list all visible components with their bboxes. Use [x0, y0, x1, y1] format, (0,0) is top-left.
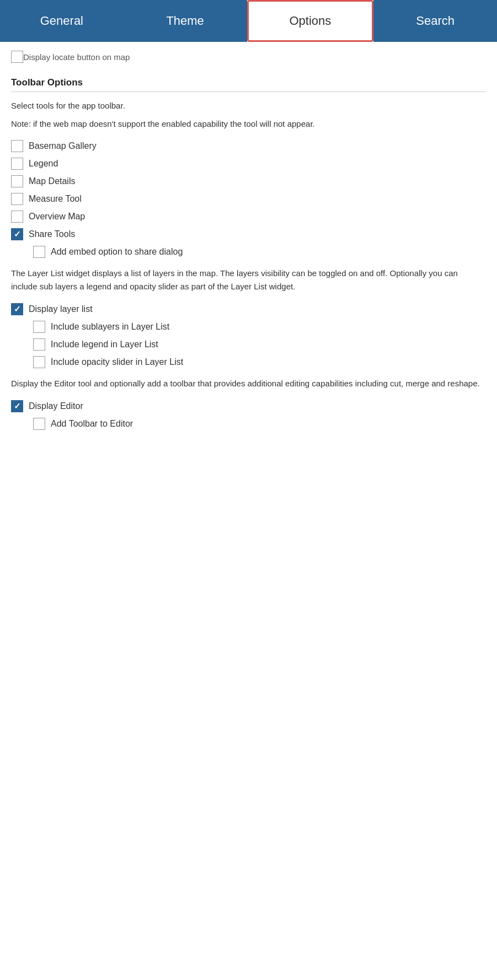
checkbox-legend[interactable]: [11, 158, 23, 170]
checkbox-overview-map[interactable]: [11, 211, 23, 223]
checkbox-row-add-embed: Add embed option to share dialog: [33, 246, 486, 258]
tab-search[interactable]: Search: [373, 0, 497, 42]
checkbox-row-legend: Legend: [11, 158, 486, 170]
toolbar-options-divider: [11, 91, 486, 92]
checkbox-row-display-editor: Display Editor: [11, 400, 486, 412]
checkbox-row-include-legend: Include legend in Layer List: [33, 338, 486, 351]
checkbox-row-share-tools: Share Tools: [11, 228, 486, 240]
checkbox-map-details[interactable]: [11, 175, 23, 187]
label-display-editor: Display Editor: [29, 401, 83, 411]
layer-list-info-text: The Layer List widget displays a list of…: [11, 267, 486, 293]
checkbox-include-opacity[interactable]: [33, 356, 45, 368]
label-add-toolbar-editor: Add Toolbar to Editor: [51, 419, 133, 429]
tab-options[interactable]: Options: [247, 0, 374, 42]
checkbox-share-tools[interactable]: [11, 228, 23, 240]
checkbox-measure-tool[interactable]: [11, 193, 23, 205]
label-share-tools: Share Tools: [29, 229, 75, 239]
label-include-sublayers: Include sublayers in Layer List: [51, 322, 169, 332]
checkbox-row-measure-tool: Measure Tool: [11, 193, 486, 205]
checkbox-row-add-toolbar-editor: Add Toolbar to Editor: [33, 418, 486, 430]
checkbox-row-map-details: Map Details: [11, 175, 486, 187]
tab-theme[interactable]: Theme: [124, 0, 247, 42]
checkbox-row-include-opacity: Include opacity slider in Layer List: [33, 356, 486, 368]
label-overview-map: Overview Map: [29, 212, 85, 222]
content-area: Display locate button on map Toolbar Opt…: [0, 42, 497, 452]
label-map-details: Map Details: [29, 176, 75, 186]
checkbox-add-toolbar-editor[interactable]: [33, 418, 45, 430]
checkbox-row-include-sublayers: Include sublayers in Layer List: [33, 321, 486, 333]
partial-display-locate-row: Display locate button on map: [11, 47, 486, 68]
checkbox-add-embed[interactable]: [33, 246, 45, 258]
label-measure-tool: Measure Tool: [29, 194, 82, 204]
checkbox-row-basemap-gallery: Basemap Gallery: [11, 140, 486, 152]
checkbox-row-overview-map: Overview Map: [11, 211, 486, 223]
tab-bar: General Theme Options Search: [0, 0, 497, 42]
toolbar-options-heading: Toolbar Options: [11, 77, 486, 88]
label-legend: Legend: [29, 159, 58, 169]
label-add-embed: Add embed option to share dialog: [51, 247, 183, 257]
partial-display-locate-checkbox[interactable]: [11, 51, 23, 63]
partial-display-locate-label: Display locate button on map: [23, 52, 130, 62]
label-include-opacity: Include opacity slider in Layer List: [51, 357, 183, 367]
checkbox-row-display-layer-list: Display layer list: [11, 303, 486, 315]
label-basemap-gallery: Basemap Gallery: [29, 141, 97, 151]
checkbox-basemap-gallery[interactable]: [11, 140, 23, 152]
checkbox-include-legend[interactable]: [33, 338, 45, 351]
tab-general[interactable]: General: [0, 0, 124, 42]
label-display-layer-list: Display layer list: [29, 304, 93, 314]
toolbar-options-desc: Select tools for the app toolbar.: [11, 100, 486, 112]
checkbox-display-editor[interactable]: [11, 400, 23, 412]
checkbox-display-layer-list[interactable]: [11, 303, 23, 315]
label-include-legend: Include legend in Layer List: [51, 340, 158, 349]
editor-info-text: Display the Editor tool and optionally a…: [11, 377, 486, 390]
toolbar-options-note: Note: if the web map doesn't support the…: [11, 118, 486, 131]
checkbox-include-sublayers[interactable]: [33, 321, 45, 333]
